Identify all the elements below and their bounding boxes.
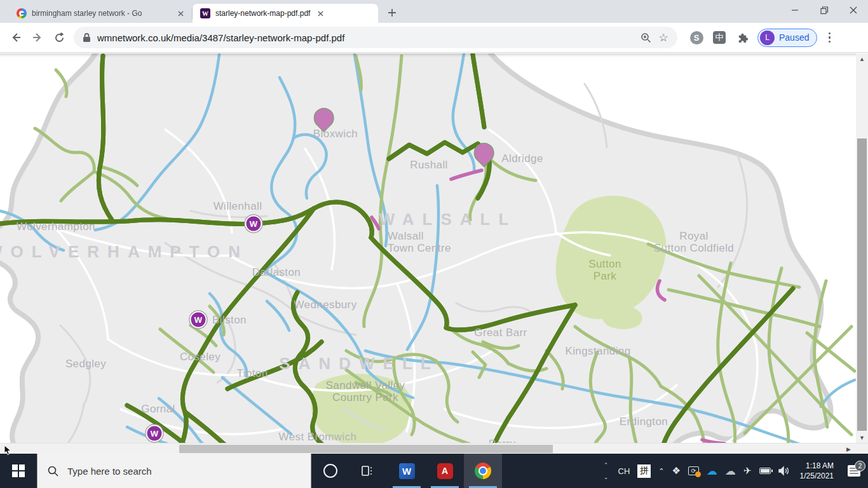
map-label-perry: Perry bbox=[489, 438, 516, 444]
chevron-down-icon[interactable]: ⌄ bbox=[604, 474, 609, 480]
map-label-coseley: Coseley bbox=[180, 351, 220, 363]
taskbar-chrome-button[interactable] bbox=[464, 454, 502, 488]
url-text: wmnetwork.co.uk/media/3487/starley-netwo… bbox=[97, 32, 637, 43]
map-label-bloxwich: Bloxwich bbox=[313, 128, 358, 140]
profile-status-label: Paused bbox=[779, 32, 809, 43]
browser-menu-icon[interactable] bbox=[820, 32, 839, 43]
minimize-button[interactable] bbox=[780, 0, 810, 20]
task-view-icon bbox=[362, 464, 376, 477]
windows-taskbar: Type here to search W A ⌃⌄ CH 拼 ⌃ ❖ ⟳ ☁ … bbox=[0, 454, 868, 488]
map-label-rushall: Rushall bbox=[410, 159, 448, 171]
clock-date: 1/25/2021 bbox=[800, 471, 834, 481]
profile-chip[interactable]: L Paused bbox=[757, 29, 817, 47]
clock-time: 1:18 AM bbox=[806, 461, 834, 471]
ime-mode-indicator[interactable]: 拼 bbox=[634, 454, 654, 488]
scroll-down-icon[interactable]: ▼ bbox=[856, 432, 868, 443]
map-label-great-barr: Great Barr bbox=[474, 327, 527, 339]
onedrive-tray-icon[interactable]: ☁ bbox=[703, 454, 721, 488]
close-button[interactable] bbox=[839, 0, 868, 20]
cortana-icon bbox=[323, 464, 337, 478]
cycle-hub-marker[interactable]: W bbox=[245, 215, 262, 233]
vertical-scrollbar-thumb[interactable] bbox=[857, 139, 867, 431]
action-center-button[interactable]: 2 bbox=[840, 465, 868, 477]
map-label-wolverhampton: WOLVERHAMPTON bbox=[0, 246, 248, 258]
tab-title: starley-network-map-pdf.pdf bbox=[215, 9, 310, 18]
map-label-walsall: WALSALL bbox=[379, 214, 517, 226]
browser-toolbar: wmnetwork.co.uk/media/3487/starley-netwo… bbox=[0, 23, 868, 53]
task-view-button[interactable] bbox=[349, 454, 388, 488]
map-label-wednesbury: Wednesbury bbox=[294, 299, 356, 311]
horizontal-scrollbar[interactable]: ▶ bbox=[0, 443, 868, 454]
tab-pdf-active[interactable]: W starley-network-map-pdf.pdf bbox=[193, 4, 378, 23]
system-tray: ⌃⌄ CH 拼 ⌃ ❖ ⟳ ☁ ☁ ✈ 1:18 AM 1/25/2021 2 bbox=[598, 454, 868, 488]
chevron-up-icon: ⌃ bbox=[658, 467, 664, 475]
chrome-icon bbox=[475, 463, 491, 479]
map-label-aldridge: Aldridge bbox=[501, 152, 543, 165]
horizontal-scrollbar-thumb[interactable] bbox=[179, 445, 553, 453]
map-label-sandwell: SANDWELL bbox=[279, 358, 438, 370]
airplane-mode-icon[interactable]: ✈ bbox=[740, 454, 756, 488]
zoom-in-page-icon[interactable] bbox=[637, 29, 654, 46]
cycle-hub-marker[interactable]: W bbox=[146, 425, 163, 442]
map-label-sutton-park: SuttonPark bbox=[588, 258, 621, 282]
map-label-tipton: Tipton bbox=[236, 367, 268, 379]
map-label-sandwell-valley-country-park: Sandwell ValleyCountry Park bbox=[326, 379, 405, 403]
tab-title: birmingham starley network - Go bbox=[32, 9, 170, 18]
lock-icon bbox=[83, 33, 91, 43]
google-favicon-icon bbox=[17, 8, 27, 18]
extensions-puzzle-icon[interactable] bbox=[733, 28, 752, 47]
map-label-west-bromwich: West Bromwich bbox=[279, 431, 357, 443]
ime-language-indicator[interactable]: CH bbox=[614, 454, 634, 488]
taskbar-acrobat-button[interactable]: A bbox=[426, 454, 464, 488]
map-label-gornal: Gornal bbox=[141, 403, 175, 415]
address-bar[interactable]: wmnetwork.co.uk/media/3487/starley-netwo… bbox=[74, 27, 677, 48]
start-button[interactable] bbox=[0, 454, 37, 488]
chevron-up-icon[interactable]: ⌃ bbox=[604, 462, 609, 468]
tab-strip: birmingham starley network - Go W starle… bbox=[0, 0, 868, 23]
taskbar-overflow-scroll[interactable]: ⌃⌄ bbox=[598, 462, 614, 480]
acrobat-icon: A bbox=[437, 463, 453, 479]
translate-extension-icon[interactable]: 中 bbox=[710, 28, 729, 47]
new-tab-button[interactable] bbox=[383, 4, 401, 22]
onedrive-personal-tray-icon[interactable]: ☁ bbox=[721, 454, 740, 488]
pdf-viewer-content[interactable]: WolverhamptonWOLVERHAMPTONWillenhallBlox… bbox=[0, 53, 856, 443]
scroll-right-icon[interactable]: ▶ bbox=[843, 444, 855, 454]
tab-close-icon[interactable] bbox=[315, 8, 325, 18]
scroll-up-icon[interactable]: ▲ bbox=[856, 53, 868, 64]
word-icon: W bbox=[399, 463, 415, 479]
sync-tray-icon[interactable]: ⟳ bbox=[684, 454, 703, 488]
vertical-scrollbar[interactable]: ▲ ▼ bbox=[856, 53, 868, 443]
cycle-hub-marker[interactable]: W bbox=[190, 311, 207, 329]
map-label-bilston: Bilston bbox=[212, 314, 247, 326]
back-button[interactable] bbox=[5, 27, 27, 48]
restore-button[interactable] bbox=[810, 0, 839, 20]
bookmark-star-icon[interactable]: ☆ bbox=[654, 29, 672, 46]
map-label-kingstanding: Kingstanding bbox=[565, 345, 630, 357]
map-label-darlaston: Darlaston bbox=[252, 266, 301, 278]
taskbar-clock[interactable]: 1:18 AM 1/25/2021 bbox=[794, 461, 840, 481]
taskbar-search-box[interactable]: Type here to search bbox=[37, 454, 311, 488]
window-controls bbox=[780, 0, 868, 20]
map-label-sedgley: Sedgley bbox=[65, 358, 106, 370]
volume-icon[interactable] bbox=[775, 454, 794, 488]
map-label-royal-sutton-coldfield: RoyalSutton Coldfield bbox=[654, 230, 734, 254]
taskbar-word-button[interactable]: W bbox=[388, 454, 426, 488]
battery-icon[interactable] bbox=[756, 454, 775, 488]
dropbox-tray-icon[interactable]: ❖ bbox=[668, 454, 684, 488]
map-label-wolverhampton: Wolverhampton bbox=[17, 220, 95, 233]
map-label-willenhall: Willenhall bbox=[214, 200, 262, 212]
map-label-walsall-town-centre: WalsallTown Centre bbox=[388, 230, 451, 254]
notification-badge: 2 bbox=[855, 461, 865, 471]
cortana-button[interactable] bbox=[311, 454, 349, 488]
wm-network-favicon-icon: W bbox=[200, 8, 210, 18]
tab-close-icon[interactable] bbox=[175, 8, 186, 18]
forward-button[interactable] bbox=[27, 27, 48, 48]
map-label-erdington: Erdington bbox=[620, 416, 668, 428]
profile-avatar: L bbox=[760, 30, 775, 45]
search-placeholder: Type here to search bbox=[67, 466, 152, 477]
reload-button[interactable] bbox=[48, 27, 70, 48]
show-hidden-icons-button[interactable]: ⌃ bbox=[654, 454, 668, 488]
windows-logo-icon bbox=[12, 464, 25, 477]
tab-google-search[interactable]: birmingham starley network - Go bbox=[9, 4, 192, 23]
skype-extension-icon[interactable]: S bbox=[687, 28, 706, 47]
